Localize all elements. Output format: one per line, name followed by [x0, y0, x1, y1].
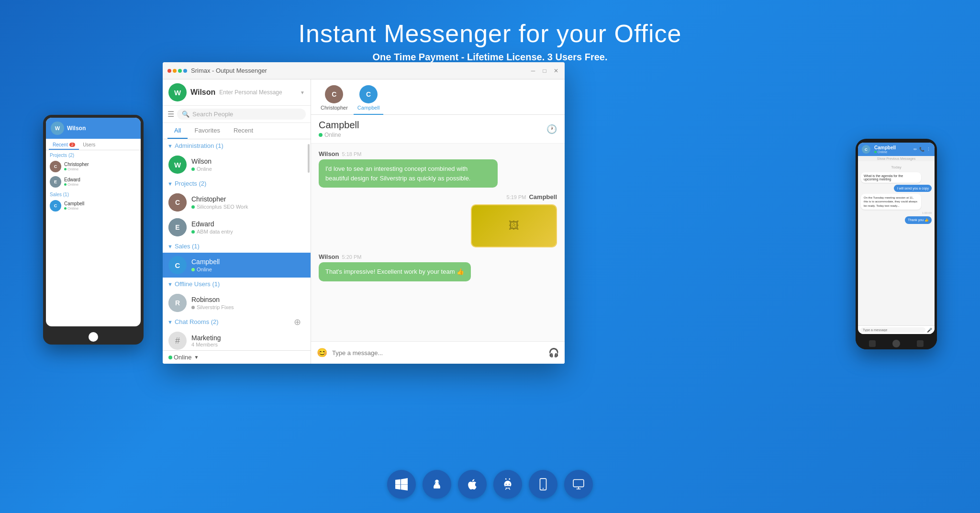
platform-icon-linux[interactable] [423, 470, 451, 499]
platform-icon-desktop[interactable] [564, 470, 593, 499]
search-box[interactable]: 🔍 Search People [177, 109, 306, 120]
avatar-christopher: C [168, 193, 187, 212]
chat-tab-christopher[interactable]: C Christopher [317, 83, 352, 114]
contact-status-row-robinson: Silverstrip Fixes [191, 304, 305, 310]
tablet-tab-recent[interactable]: Recent 2 [49, 141, 79, 150]
contact-christopher[interactable]: C Christopher Siliconplus SEO Work [163, 190, 311, 215]
phone-mic-icon[interactable]: 🎤 [927, 328, 932, 333]
tablet-contact-edward[interactable]: E Edward Online [46, 174, 141, 190]
chat-status-text: Online [324, 132, 341, 138]
app-title: Srimax - Output Messenger [191, 67, 529, 74]
msg-sender-row-1: Wilson 5:18 PM [319, 150, 557, 157]
app-logo [167, 69, 187, 73]
tab-recent[interactable]: Recent [227, 123, 260, 139]
phone-avatar: C [862, 145, 870, 154]
contact-status-row-edward: ABM data entry [191, 229, 305, 234]
add-room-button[interactable]: ⊕ [294, 317, 306, 327]
msg-image-content: 🖼 [472, 205, 556, 246]
chatroom-marketing[interactable]: # Marketing 4 Members [163, 328, 311, 350]
tablet-device: W Wilson Recent 2 Users Projects (2) C C… [43, 115, 144, 345]
tablet-avatar-campbell: C [50, 200, 61, 212]
chatroom-avatar-marketing: # [168, 332, 187, 350]
phone-device: C Campbell Online ✏ 📞 ⋮ Show Previous Me… [856, 139, 937, 349]
chat-tab-avatar-campbell: C [359, 85, 378, 103]
personal-message-field[interactable]: Enter Personal Message [219, 89, 296, 96]
contact-robinson[interactable]: R Robinson Silverstrip Fixes [163, 290, 311, 315]
chat-tab-avatar-christopher: C [325, 85, 343, 103]
group-offline[interactable]: ▼ Offline Users (1) [163, 278, 311, 290]
status-button[interactable]: Online ▼ [168, 354, 199, 361]
headset-icon[interactable]: 🎧 [548, 347, 559, 358]
tab-favorites[interactable]: Favorites [188, 123, 226, 139]
contact-status-text-edward: ABM data entry [197, 229, 233, 234]
user-avatar: W [168, 83, 187, 101]
platform-icon-apple[interactable] [458, 470, 487, 499]
menu-icon[interactable]: ☰ [167, 110, 174, 119]
contact-edward[interactable]: E Edward ABM data entry [163, 215, 311, 240]
phone-message-input[interactable] [860, 327, 925, 333]
contact-wilson[interactable]: W Wilson Online [163, 152, 311, 177]
chat-history-icon[interactable]: 🕐 [546, 124, 557, 134]
tablet-tab-users[interactable]: Users [79, 141, 99, 150]
emoji-icon[interactable]: 😊 [317, 347, 327, 358]
tablet-contact-campbell[interactable]: C Campbell Online [46, 198, 141, 213]
phone-back-button[interactable] [869, 340, 876, 347]
msg-bubble-3: That's impressive! Excellent work by you… [319, 262, 471, 281]
phone-edit-icon: ✏ [913, 147, 917, 152]
contact-campbell[interactable]: C Campbell Online [163, 253, 311, 278]
contact-name-campbell: Campbell [191, 258, 305, 266]
group-chatrooms[interactable]: ▼ Chat Rooms (2) [163, 315, 311, 328]
phone-home-button[interactable] [892, 340, 900, 347]
search-placeholder: Search People [192, 111, 233, 118]
msg-sender-2: Campbell [529, 193, 557, 201]
search-icon: 🔍 [182, 111, 189, 118]
chat-tabs-bar: C Christopher C Campbell [311, 79, 565, 115]
tablet-contact-status-campbell: Online [64, 206, 84, 211]
msg-sender-3: Wilson [319, 253, 339, 260]
contact-name-robinson: Robinson [191, 296, 305, 303]
group-arrow-icon: ▼ [167, 181, 173, 187]
contacts-list: ▼ Administration (1) W Wilson Online [163, 139, 311, 350]
tab-all[interactable]: All [167, 123, 188, 139]
phone-recent-button[interactable] [917, 340, 924, 347]
contact-status-text-christopher: Siliconplus SEO Work [197, 204, 248, 210]
contact-status-row-campbell: Online [191, 267, 305, 272]
phone-msg-2: I will send you a copy [894, 185, 932, 192]
tablet-contact-name-edward: Edward [64, 177, 80, 182]
platform-icon-android[interactable] [493, 470, 522, 499]
platform-icon-windows[interactable] [387, 470, 416, 499]
phone-input-bar: 🎤 [858, 325, 935, 334]
group-administration[interactable]: ▼ Administration (1) [163, 139, 311, 152]
logo-dot-red [167, 69, 171, 73]
msg-image-bubble: 🖼 [471, 204, 557, 247]
footer-dropdown-icon: ▼ [194, 355, 199, 360]
group-sales[interactable]: ▼ Sales (1) [163, 240, 311, 253]
close-button[interactable]: ✕ [552, 67, 560, 75]
tablet-home-button[interactable] [89, 332, 98, 342]
tablet-screen: W Wilson Recent 2 Users Projects (2) C C… [46, 118, 141, 326]
phone-previous-label: Show Previous Messages [858, 156, 935, 161]
group-projects[interactable]: ▼ Projects (2) [163, 177, 311, 190]
group-name-sales: Sales (1) [175, 243, 200, 250]
sidebar-tabs: All Favorites Recent [163, 123, 311, 139]
chat-tab-campbell[interactable]: C Campbell [354, 83, 383, 114]
status-arrow-icon: ▼ [300, 90, 305, 95]
tablet-header: W Wilson [46, 118, 141, 139]
sidebar: W Wilson Enter Personal Message ▼ ☰ 🔍 Se… [163, 79, 311, 364]
chatroom-name-marketing: Marketing [191, 334, 305, 342]
chat-contact-status: Online [319, 132, 359, 138]
minimize-button[interactable]: ─ [529, 67, 537, 75]
message-input[interactable] [332, 346, 544, 360]
group-arrow-icon-sales: ▼ [167, 244, 173, 249]
phone-msg-1: What is the agenda for the upcoming meet… [861, 172, 921, 183]
window-controls: ─ □ ✕ [529, 67, 560, 75]
logo-dot-yellow [173, 69, 177, 73]
avatar-wilson: W [168, 156, 187, 174]
platform-icon-ios[interactable] [529, 470, 557, 499]
phone-messages: Today What is the agenda for the upcomin… [858, 161, 935, 325]
tablet-contact-christopher[interactable]: C Christopher Online [46, 159, 141, 174]
maximize-button[interactable]: □ [541, 67, 548, 75]
group-name-offline: Offline Users (1) [175, 280, 220, 288]
status-dot-wilson [191, 167, 195, 171]
tablet-avatar: W [51, 122, 64, 135]
